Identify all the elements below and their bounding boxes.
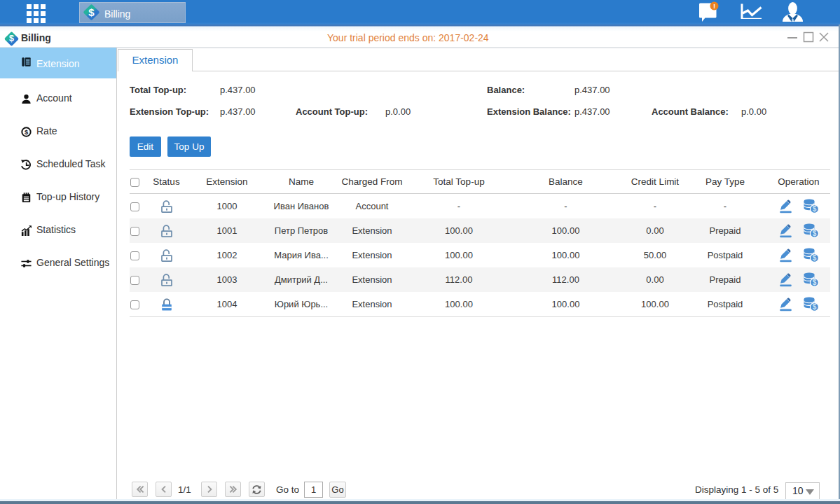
svg-text:!: !: [713, 2, 715, 10]
svg-text:$: $: [813, 205, 817, 213]
svg-text:$: $: [25, 129, 29, 136]
svg-text:$: $: [813, 254, 817, 262]
svg-text:$: $: [813, 303, 817, 311]
svg-text:$: $: [813, 230, 817, 237]
svg-text:$: $: [813, 279, 817, 286]
